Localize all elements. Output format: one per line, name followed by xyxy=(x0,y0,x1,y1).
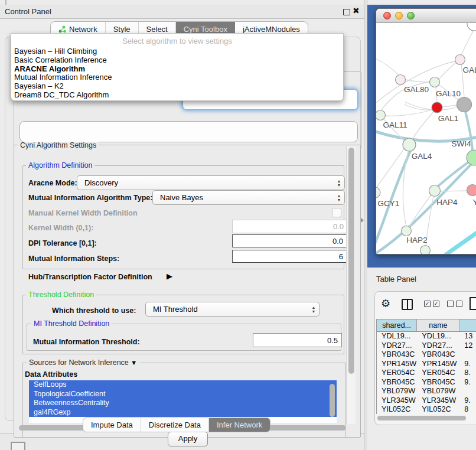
network-edge[interactable] xyxy=(461,30,474,55)
network-combobox[interactable] xyxy=(19,121,358,142)
mi-steps-field[interactable]: 6 xyxy=(232,250,347,263)
table-row[interactable]: YER054CYER054C8. xyxy=(377,369,476,378)
threshold-definition-label: Threshold Definition xyxy=(26,291,96,299)
table-cell: YDL19... xyxy=(417,332,459,341)
aracne-mode-combobox[interactable]: Discovery ▲▼ xyxy=(77,175,345,190)
column-header[interactable]: shared... xyxy=(377,319,417,331)
table-row[interactable]: YPR145WYPR145W9. xyxy=(377,360,476,369)
network-edge[interactable] xyxy=(409,194,432,227)
table-row[interactable]: YBL079WYBL079W xyxy=(377,387,476,396)
network-edge[interactable] xyxy=(376,58,400,76)
network-edge[interactable] xyxy=(405,80,430,82)
network-node[interactable] xyxy=(403,138,416,151)
algorithm-option[interactable]: ARACNE Algorithm xyxy=(11,65,343,74)
list-scrollbar-thumb[interactable] xyxy=(330,384,335,417)
manual-kernel-checkbox[interactable] xyxy=(332,208,341,217)
network-edge[interactable] xyxy=(446,232,476,254)
network-edge[interactable] xyxy=(412,112,433,139)
settings-scrollbar-thumb[interactable] xyxy=(348,148,354,374)
table-cell: 9. xyxy=(459,396,476,406)
table-body: YDL19...YDL19...13YDR27...YDR27...12YBR0… xyxy=(377,332,476,414)
network-node[interactable] xyxy=(396,75,406,85)
network-node[interactable] xyxy=(420,246,431,255)
algorithm-option[interactable]: Bayesian – Hill Climbing xyxy=(11,47,343,56)
data-attribute-item[interactable]: SelfLoops xyxy=(29,380,337,390)
network-edge[interactable] xyxy=(385,110,432,116)
network-graph: GALGAL80GAL10GAL1GAL11SWI4GAL4GCY1HAP4YH… xyxy=(376,23,476,254)
mac-minimize-button[interactable] xyxy=(395,12,403,19)
tab-label: Select xyxy=(146,25,168,34)
network-node[interactable] xyxy=(402,226,412,236)
gear-icon[interactable]: ⚙ xyxy=(381,297,390,310)
network-node[interactable] xyxy=(467,185,476,196)
deselect-all-checkboxes-icon[interactable] xyxy=(447,301,462,307)
network-edge[interactable] xyxy=(376,148,405,190)
network-edge[interactable] xyxy=(438,62,457,80)
algorithm-option[interactable]: Basic Correlation Inference xyxy=(11,56,343,65)
network-node[interactable] xyxy=(457,97,472,112)
network-canvas[interactable]: GALGAL80GAL10GAL1GAL11SWI4GAL4GCY1HAP4YH… xyxy=(376,23,476,254)
network-node[interactable] xyxy=(432,102,442,113)
table-cell: YER054C xyxy=(417,369,459,378)
table-cell: YBR043C xyxy=(417,350,459,360)
network-edge[interactable] xyxy=(403,151,408,226)
data-attributes-list[interactable]: SelfLoopsTopologicalCoefficientBetweenne… xyxy=(29,380,337,423)
column-header[interactable] xyxy=(460,319,476,331)
table-hscrollbar-thumb[interactable] xyxy=(377,416,466,420)
select-all-checkboxes-icon[interactable]: ✓✓ xyxy=(424,301,439,307)
table-cell: 9. xyxy=(459,378,476,387)
mac-close-button[interactable] xyxy=(383,12,391,19)
network-node[interactable] xyxy=(429,185,441,197)
table-row[interactable]: YDL19...YDL19...13 xyxy=(377,332,476,341)
network-node[interactable] xyxy=(455,55,465,65)
bottom-tab-impute-data[interactable]: Impute Data xyxy=(83,418,141,432)
data-attribute-item[interactable]: gal4RGexp xyxy=(29,408,337,418)
network-node[interactable] xyxy=(430,77,440,87)
cyni-algorithm-settings-group: Cyni Algorithm Settings Algorithm Defini… xyxy=(14,145,361,438)
network-node[interactable] xyxy=(376,187,380,198)
close-icon[interactable]: ✖ xyxy=(353,6,360,15)
network-window-titlebar[interactable] xyxy=(376,9,476,23)
table-row[interactable]: YIL052CYIL052C8 xyxy=(377,405,476,414)
data-attribute-item[interactable]: BetweennessCentrality xyxy=(29,399,337,408)
algorithm-option[interactable]: Mutual Information Inference xyxy=(11,73,343,82)
control-panel-title: Control Panel xyxy=(5,7,51,16)
which-threshold-combobox[interactable]: MI Threshold ▲▼ xyxy=(145,302,319,317)
column-header[interactable]: name xyxy=(417,319,459,331)
hub-definition-toggle[interactable]: Hub/Transcription Factor Definition xyxy=(28,273,152,281)
network-edge[interactable] xyxy=(442,105,458,107)
bottom-tab-discretize-data[interactable]: Discretize Data xyxy=(141,418,209,432)
network-node[interactable] xyxy=(467,23,476,31)
algorithm-option[interactable]: Bayesian – K2 xyxy=(11,82,343,91)
mi-threshold-field[interactable]: 0.5 xyxy=(253,333,342,347)
table-cell xyxy=(459,387,476,396)
combo-spinner-icon: ▲▼ xyxy=(334,179,344,187)
mi-type-combobox[interactable]: Naive Bayes ▲▼ xyxy=(152,190,345,205)
kernel-width-field[interactable]: 0.0 xyxy=(232,220,348,233)
dpi-tolerance-field[interactable]: 0.0 xyxy=(232,234,347,247)
mac-zoom-button[interactable] xyxy=(407,12,415,19)
network-view-window: GALGAL80GAL10GAL1GAL11SWI4GAL4GCY1HAP4YH… xyxy=(376,8,476,255)
table-row[interactable]: YBR043CYBR043C xyxy=(377,350,476,360)
table-row[interactable]: YDR27...YDR27...12 xyxy=(377,341,476,351)
attribute-table[interactable]: shared...name YDL19...YDL19...13YDR27...… xyxy=(376,319,476,414)
table-cell: YPR145W xyxy=(377,360,417,369)
table-row[interactable]: YLR345WYLR345W9. xyxy=(377,396,476,406)
bottom-left-button[interactable] xyxy=(11,442,25,450)
bottom-tab-infer-network[interactable]: Infer Network xyxy=(209,418,270,432)
tab-label: jActiveMNodules xyxy=(243,25,300,34)
expanded-arrow-icon[interactable]: ▼ xyxy=(131,359,137,367)
data-attribute-item[interactable]: TopologicalCoefficient xyxy=(29,390,337,399)
file-icon[interactable] xyxy=(470,297,476,310)
apply-button[interactable]: Apply xyxy=(168,432,208,446)
network-node[interactable] xyxy=(376,110,386,120)
node-label: GCY1 xyxy=(378,199,400,208)
collapsed-arrow-icon[interactable]: ▶ xyxy=(167,272,172,281)
table-row[interactable]: YBR045CYBR045C9. xyxy=(377,378,476,387)
float-icon[interactable] xyxy=(343,9,350,15)
algorithm-option[interactable]: Dream8 DC_TDC Algorithm xyxy=(11,91,343,100)
table-panel: Table Panel ⚙ ✓✓ shared...name YDL19...Y… xyxy=(367,268,476,450)
table-cell: 8 xyxy=(459,405,476,414)
columns-icon[interactable] xyxy=(402,299,413,310)
table-panel-title: Table Panel xyxy=(376,275,416,283)
